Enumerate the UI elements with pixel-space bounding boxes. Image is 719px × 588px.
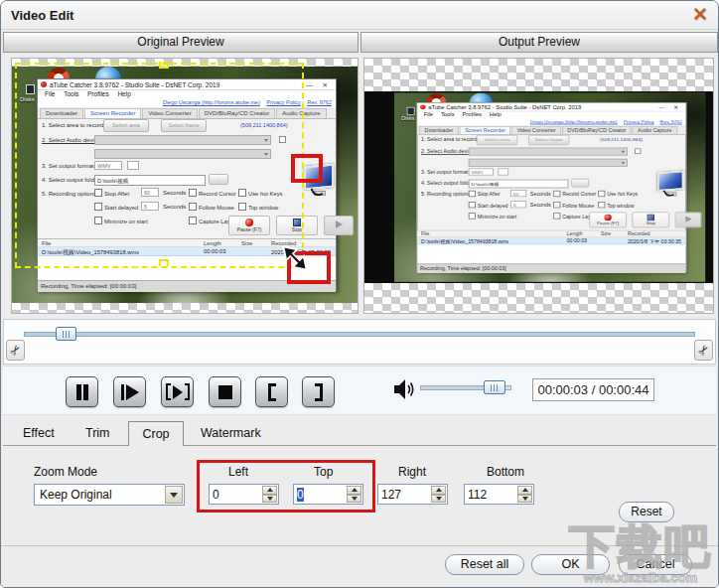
close-icon[interactable]: ✕	[692, 4, 708, 26]
pause-icon	[76, 384, 81, 400]
title-bar: Video Edit ✕	[1, 1, 718, 30]
atube-app-icon	[420, 104, 425, 109]
atube-tab-strip: Downloader Screen Recorder Video Convert…	[417, 125, 685, 135]
atube-tab-screen-recorder: Screen Recorder	[84, 108, 141, 118]
atube-record-coords: (509,211,1400,864)	[240, 122, 288, 128]
trim-end-scissors-button[interactable]: ✂	[694, 340, 713, 361]
atube-menu-file: File	[424, 112, 433, 118]
atube-select-frame-button: Select frame	[161, 119, 207, 132]
pause-button[interactable]	[66, 376, 98, 407]
seek-row: ✂ ✂	[3, 319, 716, 365]
step-play-button[interactable]	[113, 376, 146, 407]
mark-end-button[interactable]	[302, 376, 335, 407]
cancel-button[interactable]: Cancel	[619, 554, 692, 575]
atube-status-bar: Recording, Time elapsed: [00:00:03]	[38, 280, 336, 292]
atube-file-row: D:\tools\视频\Video_1578493818.wmv 00:00:0…	[38, 247, 336, 256]
crop-panel: Zoom Mode Keep Original Left 0 Top 0 Rig…	[3, 446, 716, 545]
desktop-icon-label: Disks	[401, 116, 414, 121]
atube-pause-button: Pause (F7)	[228, 216, 270, 235]
transparency-checker-bottom	[364, 283, 713, 313]
atube-window-title: aTube Catcher 3.8.9762 - Studio Suite - …	[50, 81, 219, 88]
atube-body: 1. Select area to record Select area Sel…	[38, 119, 336, 238]
atube-stop-after-value: 60	[510, 190, 526, 197]
chevron-down-icon[interactable]	[165, 486, 183, 504]
atube-browse-button: ...	[209, 174, 228, 185]
spin-up-icon[interactable]	[431, 486, 446, 495]
reset-all-button[interactable]: Reset all	[445, 554, 524, 575]
video-edit-dialog: Video Edit ✕ Original Preview Output Pre…	[0, 0, 719, 588]
atube-format-select: WMV	[469, 168, 494, 175]
atube-window-controls: — ✕	[659, 104, 682, 110]
spin-up-icon[interactable]	[517, 486, 532, 495]
spin-down-icon[interactable]	[517, 495, 532, 504]
output-scene-slot: Disks aTube Catcher 3.8.9762 - Studio Su…	[394, 91, 705, 275]
atube-col-size: Size	[241, 240, 252, 246]
desktop-scene: Disks aTube Catcher 3.8.9762 - Studio Su…	[394, 92, 705, 281]
crop-bottom-label: Bottom	[487, 465, 524, 479]
atube-audio-combo-1	[94, 135, 271, 145]
transparency-checker-bottom	[12, 303, 358, 313]
atube-audio-checkbox	[635, 148, 641, 154]
reset-button[interactable]: Reset	[619, 502, 674, 522]
seek-slider-thumb[interactable]	[56, 327, 76, 341]
atube-play-triangle-icon	[336, 220, 343, 228]
speaker-icon	[392, 377, 416, 401]
atube-menu-help: Help	[490, 112, 502, 118]
trim-start-scissors-button[interactable]: ✂	[6, 340, 25, 361]
left-bracket-icon	[268, 383, 276, 401]
atube-col-file: File	[421, 231, 429, 236]
atube-catcher-window: aTube Catcher 3.8.9762 - Studio Suite - …	[37, 78, 337, 291]
crop-bottom-value[interactable]: 112	[468, 488, 487, 502]
atube-privacy-link: Privacy Policy	[266, 99, 300, 105]
tab-trim[interactable]: Trim	[85, 426, 110, 440]
output-preview-header[interactable]: Output Preview	[360, 32, 718, 53]
seek-slider-track[interactable]	[24, 332, 695, 337]
atube-tab-audio-capture: Audio Capture	[633, 126, 677, 134]
atube-select-frame-button: Select frame	[528, 135, 569, 145]
atube-file-length: 00:00:03	[204, 248, 226, 254]
original-preview-header[interactable]: Original Preview	[3, 32, 359, 53]
tab-effect[interactable]: Effect	[23, 426, 55, 440]
spin-down-icon[interactable]	[431, 495, 446, 504]
atube-step3-label: 3. Set output format	[421, 170, 468, 175]
scissors-icon: ✂	[6, 342, 25, 360]
ok-button[interactable]: OK	[531, 554, 610, 575]
atube-menu-help: Help	[117, 90, 130, 97]
atube-menu-tools: Tools	[441, 112, 455, 118]
atube-step5-label: 5. Recording options	[421, 192, 471, 197]
atube-body: 1. Select area to record Select area Sel…	[417, 135, 685, 230]
desktop-icon-small	[26, 84, 35, 94]
atube-file-list: File Length Size Recorded D:\tools\视频\Vi…	[38, 238, 336, 280]
atube-file-name: D:\tools\视频\Video_1578493818.wmv	[42, 248, 139, 257]
mark-start-button[interactable]	[255, 376, 288, 407]
desktop-scene: Disks aTube Catcher 3.8.9762 - Studio Su…	[12, 67, 358, 303]
zoom-mode-label: Zoom Mode	[34, 465, 97, 479]
tab-crop[interactable]: Crop	[128, 421, 184, 446]
atube-col-length: Length	[567, 231, 583, 236]
time-display: 00:00:03 / 00:00:44	[532, 378, 654, 401]
play-selection-button[interactable]	[161, 376, 194, 407]
atube-stop-button: Stop	[632, 212, 669, 227]
stop-button[interactable]	[209, 376, 241, 407]
atube-play-button-disabled	[675, 212, 702, 227]
atube-cb-top-window: Top window	[238, 203, 278, 211]
atube-window-controls: — ✕	[306, 81, 332, 89]
tab-watermark[interactable]: Watermark	[201, 426, 261, 440]
atube-seconds-label-1: Seconds	[530, 192, 551, 197]
atube-tab-screen-recorder: Screen Recorder	[460, 126, 511, 134]
atube-cb-stop-after: Stop After	[94, 189, 129, 197]
atube-select-area-button: Select area	[477, 135, 517, 145]
atube-pause-label: Pause (F7)	[597, 220, 619, 225]
atube-cb-stop-after: Stop After	[469, 191, 501, 197]
crop-right-value[interactable]: 127	[381, 488, 401, 502]
atube-cb-minimize: Minimize on start	[94, 217, 148, 224]
play-triangle-icon	[126, 384, 139, 400]
volume-slider-thumb[interactable]	[484, 380, 505, 394]
atube-col-length: Length	[204, 240, 221, 246]
crop-right-spinner[interactable]: 127	[377, 484, 448, 505]
atube-step1-label: 1. Select area to record	[42, 122, 103, 128]
atube-step2-label: 2. Select Audio device	[42, 137, 100, 143]
atube-privacy-link: Privacy Policy	[624, 119, 654, 124]
zoom-mode-select[interactable]: Keep Original	[34, 484, 185, 506]
crop-bottom-spinner[interactable]: 112	[464, 484, 534, 505]
